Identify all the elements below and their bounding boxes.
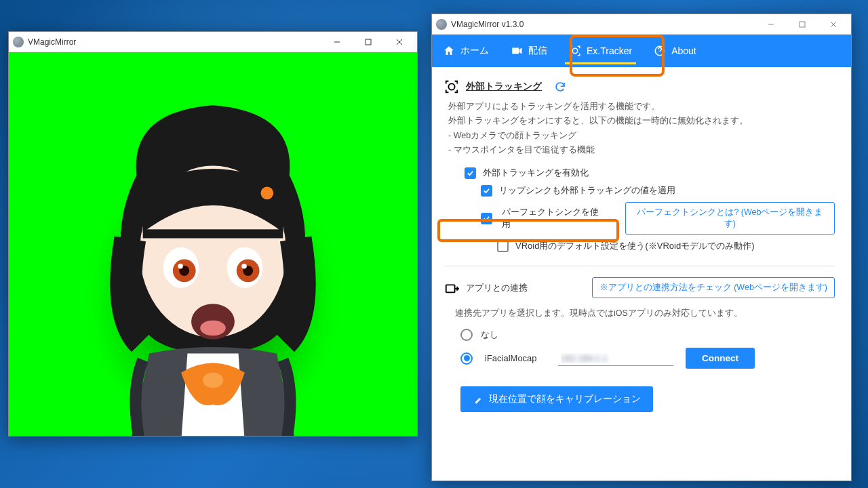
ip-address-input[interactable] [558,351,673,366]
tab-home[interactable]: ホーム [432,35,500,67]
home-icon [443,45,455,57]
connect-button[interactable]: Connect [686,348,755,369]
camera-icon [511,45,523,57]
svg-point-24 [448,83,454,89]
settings-window: VMagicMirror v1.3.0 ホーム 配信 Ex.Tracker Ab… [431,14,852,481]
checkbox-lipsync[interactable] [481,185,492,197]
calibrate-button-label: 現在位置で顔をキャリブレーション [489,393,641,405]
svg-point-15 [200,321,226,336]
avatar-viewport [9,52,417,436]
tab-label: ホーム [460,45,489,57]
tab-label: Ex.Tracker [587,45,632,56]
svg-rect-25 [446,285,455,292]
right-window-title: VMagicMirror v1.3.0 [451,20,524,29]
svg-rect-1 [366,39,371,45]
tab-stream[interactable]: 配信 [500,35,558,67]
tab-label: About [671,45,696,56]
tab-bar: ホーム 配信 Ex.Tracker About [432,35,851,67]
svg-point-17 [260,186,273,199]
calibrate-button[interactable]: 現在位置で顔をキャリブレーション [460,386,653,412]
left-window-title: VMagicMirror [28,37,76,47]
checkbox-label: VRoid用のデフォルト設定を使う(※VRoidモデルでのみ動作) [515,240,754,252]
app-link-help-button[interactable]: ※アプリとの連携方法をチェック (Webページを開きます) [592,277,835,298]
settings-body: 外部トラッキング 外部アプリによるトラッキングを活用する機能です。 外部トラッキ… [432,67,851,481]
app-link-description: 連携先アプリを選択します。現時点ではiOSアプリのみ対応しています。 [455,306,835,321]
left-titlebar: VMagicMirror [9,32,417,52]
right-titlebar: VMagicMirror v1.3.0 [432,14,851,35]
ext-tracking-description: 外部アプリによるトラッキングを活用する機能です。 外部トラッキングをオンにすると… [448,100,835,157]
svg-point-16 [203,373,223,388]
avatar-window: VMagicMirror [8,31,418,436]
radio-none[interactable] [460,329,473,341]
radio-ifacialmocap[interactable] [460,352,473,365]
question-icon [654,45,666,57]
face-tracking-icon [444,79,459,94]
minimize-button[interactable] [757,16,785,33]
checkbox-enable-ext-tracking[interactable] [465,167,476,179]
maximize-button[interactable] [355,33,382,51]
app-icon [436,19,447,30]
radio-label: iFacialMocap [485,353,546,363]
app-link-heading: アプリとの連携 [466,282,528,294]
close-button[interactable] [386,33,413,51]
link-icon [444,281,459,296]
svg-rect-5 [143,229,283,238]
svg-point-22 [572,48,578,54]
minimize-button[interactable] [323,33,351,51]
refresh-button[interactable] [554,81,566,93]
svg-point-10 [178,264,183,269]
wand-icon [473,394,484,405]
svg-rect-19 [800,22,805,27]
close-button[interactable] [820,16,847,33]
checkbox-label: 外部トラッキングを有効化 [483,167,589,179]
tab-label: 配信 [528,45,547,57]
checkbox-perfect-sync[interactable] [481,213,492,224]
perfect-sync-help-button[interactable]: パーフェクトシンクとは? (Webページを開きます) [625,202,835,235]
checkbox-label: パーフェクトシンクを使用 [502,206,606,230]
tab-extracker[interactable]: Ex.Tracker [558,35,643,67]
tab-about[interactable]: About [643,35,707,67]
checkbox-label: リップシンクも外部トラッキングの値を適用 [499,184,675,197]
face-tracking-icon [569,45,581,57]
checkbox-vroid-default[interactable] [497,241,509,252]
radio-label: なし [481,329,498,341]
maximize-button[interactable] [789,16,816,33]
avatar [43,86,383,436]
ext-tracking-heading: 外部トラッキング [466,81,542,93]
app-icon [13,37,24,47]
svg-point-13 [241,264,247,269]
